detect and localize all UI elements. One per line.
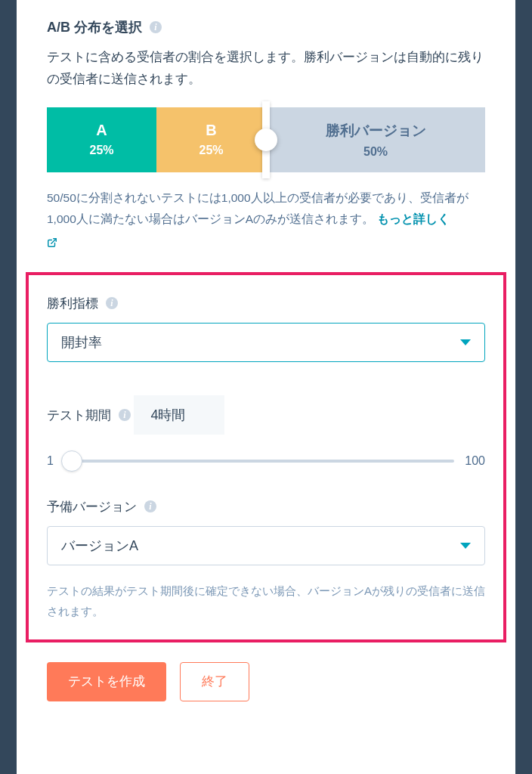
fallback-value: バージョンA — [61, 537, 138, 555]
segment-b: B 25% — [156, 107, 266, 172]
distribution-slider-handle[interactable] — [255, 128, 277, 151]
test-duration-label: テスト期間 i — [47, 407, 131, 424]
duration-slider-thumb[interactable] — [61, 450, 82, 472]
external-link-icon[interactable] — [47, 234, 57, 255]
metric-label-text: 勝利指標 — [47, 295, 98, 312]
create-test-button[interactable]: テストを作成 — [47, 662, 166, 701]
fallback-note: テストの結果がテスト期間後に確定できない場合、バージョンAが残りの受信者に送信さ… — [47, 580, 485, 621]
fallback-version-label: 予備バージョン i — [47, 498, 156, 515]
segment-a-label: A — [96, 122, 107, 139]
learn-more-link[interactable]: もっと詳しく — [377, 212, 450, 225]
segment-b-label: B — [206, 122, 216, 139]
exit-button[interactable]: 終了 — [180, 662, 249, 701]
segment-winner: 勝利バージョン 50% — [266, 107, 485, 172]
ab-distribution-bar: A 25% B 25% 勝利バージョン 50% — [47, 107, 485, 172]
segment-a: A 25% — [47, 107, 156, 172]
segment-winner-label: 勝利バージョン — [326, 121, 426, 141]
metric-value: 開封率 — [61, 333, 102, 351]
ab-distribution-description: テストに含める受信者の割合を選択します。勝利バージョンは自動的に残りの受信者に送… — [47, 47, 485, 91]
fallback-version-select[interactable]: バージョンA — [47, 526, 485, 565]
title-text: A/B 分布を選択 — [47, 18, 142, 36]
winning-metric-label: 勝利指標 i — [47, 295, 118, 312]
fallback-label-text: 予備バージョン — [47, 498, 137, 515]
info-icon[interactable]: i — [144, 500, 156, 512]
duration-slider[interactable] — [64, 460, 454, 463]
settings-panel: A/B 分布を選択 i テストに含める受信者の割合を選択します。勝利バージョンは… — [17, 0, 515, 774]
ab-distribution-title: A/B 分布を選択 i — [47, 0, 162, 36]
winning-settings-highlight: 勝利指標 i 開封率 テスト期間 i 4時間 1 100 予備バージョン i バ… — [26, 272, 506, 642]
segment-winner-percent: 50% — [363, 145, 388, 159]
info-icon[interactable]: i — [150, 21, 162, 33]
distribution-note: 50/50に分割されないテストには1,000人以上の受信者が必要であり、受信者が… — [47, 187, 485, 255]
duration-value-box: 4時間 — [134, 395, 224, 435]
duration-label-text: テスト期間 — [47, 407, 111, 424]
svg-line-0 — [51, 239, 56, 243]
slider-max: 100 — [465, 454, 485, 468]
winning-metric-select[interactable]: 開封率 — [47, 323, 485, 362]
chevron-down-icon — [460, 543, 471, 549]
segment-a-percent: 25% — [89, 144, 113, 157]
button-row: テストを作成 終了 — [47, 662, 485, 701]
segment-b-percent: 25% — [199, 144, 223, 157]
chevron-down-icon — [460, 339, 471, 345]
info-icon[interactable]: i — [119, 409, 131, 421]
duration-slider-row: 1 100 — [47, 454, 485, 468]
slider-min: 1 — [47, 454, 54, 468]
info-icon[interactable]: i — [106, 297, 118, 309]
